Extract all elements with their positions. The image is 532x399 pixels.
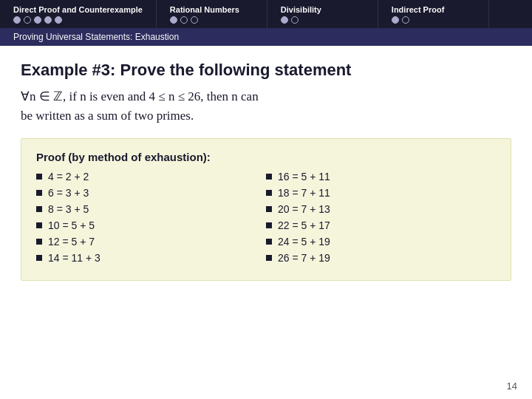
nav-dots-indirect-proof — [392, 16, 409, 24]
dot-1 — [13, 16, 21, 24]
nav-dots-divisibility — [281, 16, 299, 24]
proof-title: Proof (by method of exhaustion): — [36, 151, 496, 163]
bullet-icon — [36, 174, 42, 180]
proof-item-text: 24 = 5 + 19 — [278, 236, 330, 248]
nav-label-direct-proof: Direct Proof and Counterexample — [13, 5, 143, 14]
dot-1 — [170, 16, 177, 24]
nav-bar: Direct Proof and Counterexample Rational… — [0, 0, 532, 28]
bullet-icon — [36, 190, 42, 196]
proof-columns: 4 = 2 + 26 = 3 + 38 = 3 + 510 = 5 + 512 … — [36, 171, 496, 268]
proof-box: Proof (by method of exhaustion): 4 = 2 +… — [21, 138, 511, 281]
main-content: Example #3: Prove the following statemen… — [0, 46, 532, 288]
nav-item-rational-numbers[interactable]: Rational Numbers — [157, 0, 267, 28]
dot-4 — [44, 16, 52, 24]
bullet-icon — [266, 190, 272, 196]
proof-item: 26 = 7 + 19 — [266, 252, 496, 264]
proof-item-text: 20 = 7 + 13 — [278, 203, 330, 215]
dot-1 — [392, 16, 399, 24]
bullet-icon — [266, 222, 272, 228]
nav-item-direct-proof[interactable]: Direct Proof and Counterexample — [0, 0, 157, 28]
proof-item-text: 8 = 3 + 5 — [48, 203, 89, 215]
subtitle-bar: Proving Universal Statements: Exhaustion — [0, 28, 532, 46]
proof-item-text: 14 = 11 + 3 — [48, 252, 100, 264]
math-statement: ∀n ∈ ℤ, if n is even and 4 ≤ n ≤ 26, the… — [21, 87, 511, 125]
bullet-icon — [266, 239, 272, 245]
dot-2 — [402, 16, 409, 24]
dot-2 — [180, 16, 188, 24]
proof-item: 14 = 11 + 3 — [36, 252, 266, 264]
proof-item: 12 = 5 + 7 — [36, 236, 266, 248]
bullet-icon — [36, 222, 42, 228]
statement-line1: ∀n ∈ ℤ, if n is even and 4 ≤ n ≤ 26, the… — [21, 89, 259, 103]
page-number: 14 — [507, 381, 517, 392]
nav-label-rational-numbers: Rational Numbers — [170, 5, 239, 14]
proof-item: 8 = 3 + 5 — [36, 203, 266, 215]
bullet-icon — [266, 206, 272, 212]
proof-item: 18 = 7 + 11 — [266, 187, 496, 199]
proof-item: 16 = 5 + 11 — [266, 171, 496, 183]
bullet-icon — [36, 206, 42, 212]
proof-item-text: 6 = 3 + 3 — [48, 187, 89, 199]
proof-item: 24 = 5 + 19 — [266, 236, 496, 248]
nav-dots-direct-proof — [13, 16, 62, 24]
nav-item-divisibility[interactable]: Divisibility — [267, 0, 378, 28]
proof-item: 20 = 7 + 13 — [266, 203, 496, 215]
nav-dots-rational-numbers — [170, 16, 198, 24]
proof-item-text: 26 = 7 + 19 — [278, 252, 330, 264]
proof-item-text: 16 = 5 + 11 — [278, 171, 330, 183]
proof-item-text: 12 = 5 + 7 — [48, 236, 95, 248]
nav-label-divisibility: Divisibility — [281, 5, 321, 14]
dot-2 — [291, 16, 299, 24]
example-title: Example #3: Prove the following statemen… — [21, 61, 511, 80]
proof-item: 6 = 3 + 3 — [36, 187, 266, 199]
bullet-icon — [266, 255, 272, 261]
proof-item: 22 = 5 + 17 — [266, 219, 496, 231]
nav-item-indirect-proof[interactable]: Indirect Proof — [378, 0, 489, 28]
dot-3 — [34, 16, 41, 24]
subtitle-text: Proving Universal Statements: Exhaustion — [13, 32, 179, 42]
dot-2 — [24, 16, 31, 24]
proof-item-text: 10 = 5 + 5 — [48, 219, 95, 231]
proof-item-text: 4 = 2 + 2 — [48, 171, 89, 183]
bullet-icon — [266, 174, 272, 180]
dot-1 — [281, 16, 288, 24]
dot-5 — [55, 16, 62, 24]
bullet-icon — [36, 239, 42, 245]
bullet-icon — [36, 255, 42, 261]
dot-3 — [191, 16, 198, 24]
proof-item-text: 22 = 5 + 17 — [278, 219, 330, 231]
nav-label-indirect-proof: Indirect Proof — [392, 5, 445, 14]
proof-item: 10 = 5 + 5 — [36, 219, 266, 231]
proof-col-left: 4 = 2 + 26 = 3 + 38 = 3 + 510 = 5 + 512 … — [36, 171, 266, 268]
proof-item: 4 = 2 + 2 — [36, 171, 266, 183]
statement-line2: be written as a sum of two primes. — [21, 109, 194, 123]
proof-col-right: 16 = 5 + 1118 = 7 + 1120 = 7 + 1322 = 5 … — [266, 171, 496, 268]
proof-item-text: 18 = 7 + 11 — [278, 187, 330, 199]
